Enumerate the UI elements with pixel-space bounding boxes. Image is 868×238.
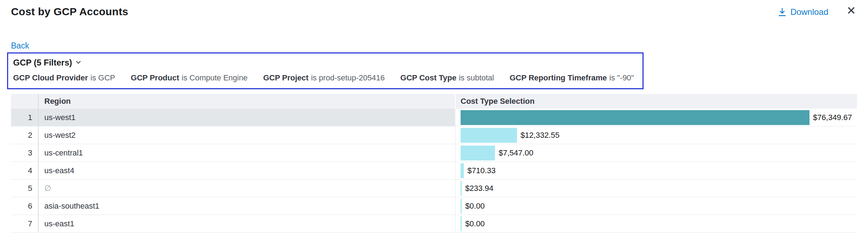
close-icon[interactable]: ✕ <box>846 5 856 16</box>
cost-bar <box>461 181 462 196</box>
row-number: 7 <box>11 215 39 232</box>
filter-summary-toggle[interactable]: GCP (5 Filters) <box>13 58 82 68</box>
cost-bar <box>461 128 517 143</box>
cost-bar <box>461 199 462 214</box>
cost-value: $7,547.00 <box>499 148 533 158</box>
cost-cell: $233.94 <box>455 180 857 197</box>
cost-bar <box>461 163 464 178</box>
filter-item: GCP Projectis prod-setup-205416 <box>263 73 385 83</box>
header-region-column[interactable]: Region <box>39 94 455 109</box>
page-title: Cost by GCP Accounts <box>11 6 128 18</box>
filter-item: GCP Cloud Provideris GCP <box>13 73 115 83</box>
cost-table: Region Cost Type Selection 1 us-west1 $7… <box>11 94 857 233</box>
region-cell: us-west1 <box>39 109 455 126</box>
filter-item: GCP Reporting Timeframeis "-90" <box>510 73 634 83</box>
filter-field: GCP Cloud Provider <box>13 73 88 82</box>
cost-value: $0.00 <box>465 202 485 211</box>
table-row[interactable]: 3 us-central1 $7,547.00 <box>11 144 857 162</box>
filter-condition: is prod-setup-205416 <box>311 73 385 82</box>
row-number: 6 <box>11 197 39 215</box>
region-cell: us-central1 <box>39 144 455 162</box>
cost-by-gcp-accounts-panel: Cost by GCP Accounts Download ✕ Back GCP… <box>0 0 868 238</box>
row-number: 1 <box>11 109 39 126</box>
cost-bar <box>461 216 462 231</box>
table-row[interactable]: 6 asia-southeast1 $0.00 <box>11 197 857 215</box>
chevron-down-icon <box>75 58 82 68</box>
region-cell: us-east4 <box>39 162 455 179</box>
cost-value: $76,349.67 <box>813 113 852 122</box>
table-row[interactable]: 2 us-west2 $12,332.55 <box>11 126 857 144</box>
download-label: Download <box>790 7 828 17</box>
cost-bar <box>461 110 809 125</box>
cost-value: $0.00 <box>465 219 485 228</box>
table-row[interactable]: 1 us-west1 $76,349.67 <box>11 109 857 126</box>
filter-item: GCP Cost Typeis subtotal <box>400 73 494 83</box>
filter-field: GCP Reporting Timeframe <box>510 73 607 82</box>
back-link[interactable]: Back <box>11 41 29 51</box>
cost-cell: $710.33 <box>455 162 857 179</box>
filter-condition: is GCP <box>90 73 115 82</box>
filter-field: GCP Project <box>263 73 308 82</box>
cost-bar <box>461 146 495 160</box>
table-row[interactable]: 4 us-east4 $710.33 <box>11 162 857 180</box>
filter-items: GCP Cloud Provideris GCP GCP Productis C… <box>13 73 634 83</box>
cost-cell: $12,332.55 <box>455 126 857 144</box>
cost-value: $233.94 <box>465 184 494 193</box>
filter-summary-label: GCP (5 Filters) <box>13 58 72 68</box>
region-cell: asia-southeast1 <box>39 197 455 215</box>
region-cell: us-east1 <box>39 215 455 232</box>
cost-value: $710.33 <box>467 166 496 175</box>
row-number: 4 <box>11 162 39 179</box>
table-row[interactable]: 7 us-east1 $0.00 <box>11 215 857 233</box>
cost-cell: $0.00 <box>455 215 857 232</box>
filter-condition: is "-90" <box>610 73 634 82</box>
table-row[interactable]: 5 ∅ $233.94 <box>11 180 857 197</box>
cost-cell: $0.00 <box>455 197 857 215</box>
header-index-cell <box>11 94 39 109</box>
region-cell: ∅ <box>39 180 455 197</box>
cost-value: $12,332.55 <box>521 131 560 140</box>
filter-group: GCP (5 Filters) GCP Cloud Provideris GCP… <box>7 52 644 89</box>
filter-field: GCP Cost Type <box>400 73 456 82</box>
filter-field: GCP Product <box>131 73 179 82</box>
download-button[interactable]: Download <box>778 7 828 17</box>
region-cell: us-west2 <box>39 126 455 144</box>
table-header: Region Cost Type Selection <box>11 94 857 109</box>
row-number: 3 <box>11 144 39 162</box>
row-number: 2 <box>11 126 39 144</box>
row-number: 5 <box>11 180 39 197</box>
download-icon <box>778 7 787 17</box>
cost-cell: $7,547.00 <box>455 144 857 162</box>
filter-condition: is Compute Engine <box>182 73 247 82</box>
cost-cell: $76,349.67 <box>455 109 857 126</box>
header-cost-column[interactable]: Cost Type Selection <box>455 94 857 109</box>
filter-condition: is subtotal <box>459 73 494 82</box>
filter-item: GCP Productis Compute Engine <box>131 73 247 83</box>
